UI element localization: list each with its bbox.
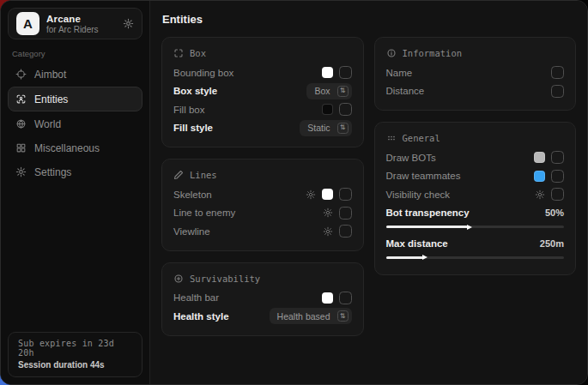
row-distance: Distance <box>386 82 565 101</box>
panel-information: Information Name Distance <box>374 37 577 111</box>
draw-teammates-checkbox[interactable] <box>551 170 564 183</box>
dropdown-value: Box <box>314 86 330 96</box>
row-label: Visibility check <box>386 189 451 200</box>
row-label: Bot transpenency <box>386 208 470 218</box>
app-window: A Arcane for Arc Riders Category Aimbot <box>0 0 588 385</box>
health-bar-checkbox[interactable] <box>339 292 352 304</box>
row-health-bar: Health bar <box>173 289 352 308</box>
row-fill-box: Fill box <box>173 100 352 119</box>
bot-transparency-slider[interactable] <box>386 226 565 228</box>
health-style-dropdown[interactable]: Health based ⇅ <box>270 308 352 324</box>
panel-title-text: General <box>403 133 440 143</box>
bounding-box-icon <box>173 48 184 58</box>
logo-text: Arcane for Arc Riders <box>46 14 99 34</box>
app-logo-letter: A <box>23 16 33 31</box>
box-style-dropdown[interactable]: Box ⇅ <box>306 83 351 99</box>
draw-bots-checkbox[interactable] <box>551 151 564 164</box>
row-visibility-check: Visibility check <box>386 185 565 204</box>
panel-lines: Lines Skeleton <box>161 159 364 251</box>
settings-gear-icon[interactable] <box>323 208 333 218</box>
sidebar-item-world[interactable]: World <box>8 112 142 135</box>
row-label: Skeleton <box>173 189 212 200</box>
row-label: Draw teammates <box>386 171 461 181</box>
row-label: Draw BOTs <box>386 153 436 163</box>
dropdown-value: Static <box>307 123 330 133</box>
panel-columns: Box Bounding box Box style <box>161 37 576 336</box>
pencil-icon <box>173 170 184 180</box>
bounding-box-checkbox[interactable] <box>339 66 352 79</box>
max-distance-value: 250m <box>540 238 564 249</box>
distance-checkbox[interactable] <box>551 85 564 98</box>
skeleton-checkbox[interactable] <box>339 188 352 201</box>
dropdown-value: Health based <box>277 311 330 322</box>
fill-box-checkbox[interactable] <box>339 103 352 116</box>
sidebar-item-label: Entities <box>34 93 68 105</box>
color-swatch[interactable] <box>322 292 333 304</box>
sidebar-item-label: Miscellaneous <box>34 142 100 154</box>
panel-box-title: Box <box>173 48 352 58</box>
color-swatch[interactable] <box>322 189 333 200</box>
color-swatch[interactable] <box>322 67 333 78</box>
row-draw-teammates: Draw teammates <box>386 167 565 186</box>
row-health-style: Health style Health based ⇅ <box>173 307 352 326</box>
row-name: Name <box>386 63 565 82</box>
desktop-background: A Arcane for Arc Riders Category Aimbot <box>0 0 588 385</box>
row-viewline: Viewline <box>173 222 352 241</box>
slider-fill[interactable] <box>386 226 468 228</box>
row-label: Bounding box <box>173 68 233 78</box>
sidebar-item-entities[interactable]: Entities <box>8 87 142 111</box>
max-distance-slider[interactable] <box>386 256 565 259</box>
crosshair-icon <box>15 69 27 80</box>
sidebar-item-label: Aimbot <box>34 69 66 81</box>
panel-title-text: Box <box>190 48 206 58</box>
updown-arrows-icon: ⇅ <box>337 123 349 134</box>
name-checkbox[interactable] <box>551 66 564 79</box>
row-skeleton: Skeleton <box>173 185 352 204</box>
visibility-check-checkbox[interactable] <box>551 188 564 201</box>
row-label: Fill style <box>173 123 213 133</box>
gear-icon <box>15 166 27 177</box>
fill-style-dropdown[interactable]: Static ⇅ <box>300 120 351 136</box>
row-label: Health style <box>173 311 229 322</box>
panel-survivability-title: Survivability <box>173 274 352 284</box>
color-swatch[interactable] <box>534 171 545 182</box>
line-to-enemy-checkbox[interactable] <box>339 207 352 220</box>
session-duration-text: Session duration 44s <box>18 360 132 370</box>
sidebar: A Arcane for Arc Riders Category Aimbot <box>1 1 150 384</box>
row-label: Distance <box>386 86 425 96</box>
sidebar-item-aimbot[interactable]: Aimbot <box>8 63 142 86</box>
row-draw-bots: Draw BOTs <box>386 148 565 167</box>
row-label: Name <box>386 68 413 78</box>
panel-box: Box Bounding box Box style <box>161 37 364 147</box>
panel-title-text: Information <box>403 48 463 58</box>
row-label: Fill box <box>173 105 204 115</box>
logo-card: A Arcane for Arc Riders <box>8 8 142 39</box>
viewline-checkbox[interactable] <box>339 225 352 238</box>
sub-expiry-text: Sub expires in 23d 20h <box>18 339 132 358</box>
gear-icon[interactable] <box>123 18 134 29</box>
panel-information-title: Information <box>386 48 565 58</box>
bot-transparency-value: 50% <box>545 208 564 218</box>
app-title: Arcane <box>46 14 99 24</box>
row-label: Line to enemy <box>173 208 235 218</box>
slider-fill[interactable] <box>386 256 424 259</box>
settings-gear-icon[interactable] <box>535 189 545 200</box>
color-swatch[interactable] <box>322 104 333 115</box>
row-fill-style: Fill style Static ⇅ <box>173 119 352 138</box>
sidebar-item-miscellaneous[interactable]: Miscellaneous <box>8 136 142 159</box>
panel-title-text: Survivability <box>190 274 260 284</box>
settings-gear-icon[interactable] <box>306 189 316 200</box>
entities-scan-icon <box>15 93 27 105</box>
color-swatch[interactable] <box>534 152 545 163</box>
updown-arrows-icon: ⇅ <box>337 86 349 97</box>
panel-general-title: General <box>386 133 565 143</box>
row-bot-transparency: Bot transpenency 50% <box>386 204 565 223</box>
row-box-style: Box style Box ⇅ <box>173 82 352 101</box>
panel-title-text: Lines <box>190 170 217 180</box>
row-line-to-enemy: Line to enemy <box>173 204 352 223</box>
settings-gear-icon[interactable] <box>323 226 333 237</box>
grid-icon <box>15 142 27 153</box>
row-label: Box style <box>173 86 217 96</box>
row-max-distance: Max distance 250m <box>386 234 565 253</box>
sidebar-item-settings[interactable]: Settings <box>8 160 142 183</box>
